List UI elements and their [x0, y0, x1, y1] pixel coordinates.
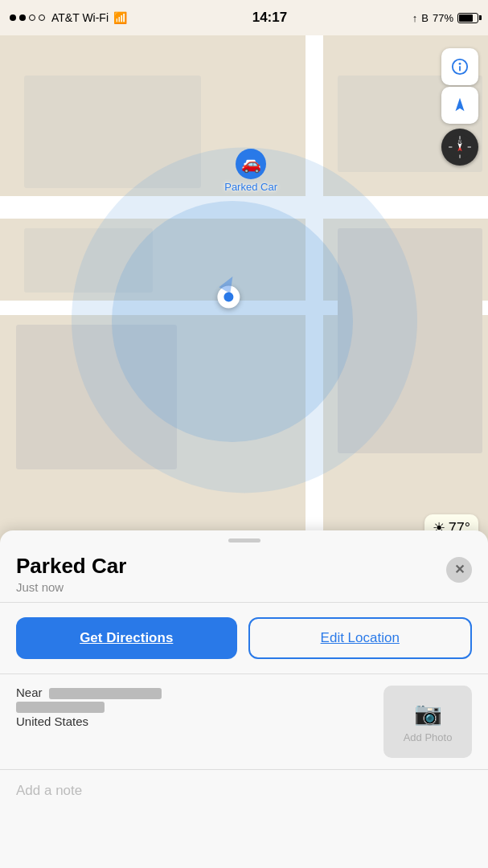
get-directions-label: Get Directions — [80, 630, 173, 646]
near-label: Near — [16, 686, 371, 699]
close-icon: ✕ — [454, 563, 465, 576]
user-location-dot — [217, 286, 240, 309]
battery-percent: 77% — [433, 12, 453, 24]
sheet-title-area: Parked Car Just now — [16, 554, 126, 594]
address-line-2 — [16, 699, 371, 713]
address-area: Near United States — [16, 686, 371, 758]
parked-car-label: Parked Car — [224, 181, 277, 193]
info-icon — [451, 58, 469, 76]
info-button[interactable] — [441, 48, 478, 85]
note-section[interactable]: Add a note — [0, 769, 488, 799]
bottom-sheet: Parked Car Just now ✕ Get Directions Edi… — [0, 530, 488, 868]
compass-icon: N — [447, 134, 473, 160]
country-label: United States — [16, 714, 371, 728]
battery-fill — [459, 14, 473, 22]
signal-dot-4 — [39, 14, 45, 21]
clock: 14:17 — [252, 10, 287, 26]
signal-dot-2 — [19, 14, 26, 21]
sheet-subtitle: Just now — [16, 580, 126, 594]
get-directions-button[interactable]: Get Directions — [16, 617, 237, 659]
map-controls: N — [441, 48, 478, 166]
action-buttons-row: Get Directions Edit Location — [0, 603, 488, 674]
add-photo-button[interactable]: 📷 Add Photo — [383, 686, 472, 758]
status-left: AT&T Wi-Fi 📶 — [10, 11, 127, 24]
parked-car-pin[interactable]: 🚗 Parked Car — [224, 149, 277, 193]
sheet-title: Parked Car — [16, 554, 126, 579]
close-button[interactable]: ✕ — [446, 557, 472, 583]
battery-indicator — [457, 13, 478, 23]
svg-text:N: N — [458, 139, 461, 144]
add-note-label: Add a note — [16, 783, 82, 798]
address-blurred-line1 — [49, 688, 162, 699]
camera-icon: 📷 — [414, 700, 442, 727]
compass-button[interactable]: N — [441, 129, 478, 166]
signal-dot-3 — [29, 14, 35, 21]
status-right: ↑ B 77% — [412, 12, 478, 24]
signal-dot-1 — [10, 14, 16, 21]
info-section: Near United States 📷 Add Photo — [0, 674, 488, 769]
wifi-icon: 📶 — [113, 11, 127, 24]
location-icon — [451, 96, 469, 114]
add-photo-label: Add Photo — [404, 731, 453, 743]
accuracy-circle-inner — [112, 201, 353, 442]
address-blurred-line2 — [16, 702, 105, 713]
location-icon: ↑ — [412, 12, 418, 24]
location-button[interactable] — [441, 87, 478, 124]
sheet-header: Parked Car Just now ✕ — [0, 542, 488, 602]
status-bar: AT&T Wi-Fi 📶 14:17 ↑ B 77% — [0, 0, 488, 35]
car-badge: 🚗 — [236, 149, 266, 179]
edit-location-label: Edit Location — [321, 630, 400, 646]
map-view[interactable]: 🚗 Parked Car — [0, 35, 488, 550]
carrier-label: AT&T Wi-Fi — [51, 11, 109, 24]
bluetooth-icon: B — [421, 12, 429, 24]
edit-location-button[interactable]: Edit Location — [248, 617, 473, 659]
